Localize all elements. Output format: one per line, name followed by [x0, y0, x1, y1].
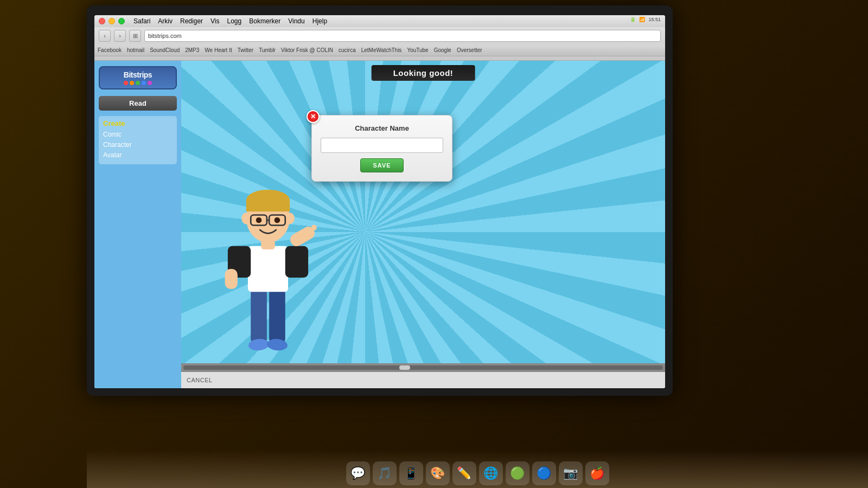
cancel-button[interactable]: CANCEL	[187, 377, 213, 383]
time-display: 15:51	[648, 17, 661, 22]
close-window-button[interactable]	[99, 18, 105, 24]
dialog-title: Character Name	[321, 124, 443, 132]
macos-menu: Safari Arkiv Rediger Vis Logg Bokmerker …	[133, 17, 327, 25]
logo-dot-red	[124, 81, 128, 85]
svg-rect-12	[246, 200, 290, 211]
forward-button[interactable]: ›	[114, 30, 126, 42]
menu-vindu[interactable]: Vindu	[288, 17, 304, 25]
svg-rect-6	[285, 246, 308, 278]
bookmark-cucirca[interactable]: cucirca	[339, 47, 356, 53]
bookmarks-bar: Facebook hotmail SoundCloud 2MP3 We Hear…	[94, 44, 665, 56]
cancel-area: CANCEL	[181, 372, 665, 388]
dock-icon-safari[interactable]: 🌐	[479, 461, 503, 485]
url-bar[interactable]: bitstrips.com	[144, 30, 661, 42]
macos-menubar: Safari Arkiv Rediger Vis Logg Bokmerker …	[94, 15, 665, 27]
page-content: Bitstrips Read Create Comi	[94, 61, 665, 388]
browser-toolbar: ‹ › ⊞ bitstrips.com	[94, 27, 665, 44]
tab-button[interactable]: ⊞	[129, 30, 141, 42]
sidebar-item-avatar[interactable]: Avatar	[103, 150, 173, 160]
dock-icon-chrome[interactable]: 🔵	[532, 461, 556, 485]
dock-icon-photos[interactable]: 📷	[559, 461, 583, 485]
main-area: Looking good!	[181, 61, 665, 388]
status-icons: 🔋 📶 15:51	[630, 17, 661, 22]
menu-logg[interactable]: Logg	[227, 17, 242, 25]
menu-bokmerker[interactable]: Bokmerker	[249, 17, 280, 25]
menu-rediger[interactable]: Rediger	[180, 17, 203, 25]
screen-bezel: Safari Arkiv Rediger Vis Logg Bokmerker …	[87, 5, 673, 396]
bitstrips-canvas: Looking good!	[181, 61, 665, 372]
minimize-window-button[interactable]	[108, 18, 115, 24]
menu-hjelp[interactable]: Hjelp	[312, 17, 327, 25]
bookmark-letmewatchthis[interactable]: LetMeWatchThis	[361, 47, 402, 53]
bookmark-google[interactable]: Google	[434, 47, 451, 53]
dock-icon-pen[interactable]: ✏️	[452, 461, 476, 485]
dock-icon-comic[interactable]: 🎨	[426, 461, 450, 485]
svg-point-14	[285, 213, 295, 224]
looking-good-banner: Looking good!	[372, 65, 475, 81]
bookmark-tumblr[interactable]: Tumblr	[259, 47, 276, 53]
url-text: bitstrips.com	[148, 33, 182, 39]
dialog-close-button[interactable]: ✕	[307, 110, 320, 123]
read-button[interactable]: Read	[99, 96, 177, 111]
logo-dot-green	[136, 81, 140, 85]
laptop-outer: Safari Arkiv Rediger Vis Logg Bokmerker …	[0, 0, 868, 488]
svg-point-21	[311, 224, 317, 230]
maximize-window-button[interactable]	[118, 18, 125, 24]
character-container	[214, 171, 322, 367]
character-svg	[214, 171, 322, 367]
screen-inner: Safari Arkiv Rediger Vis Logg Bokmerker …	[94, 15, 665, 388]
menu-safari[interactable]: Safari	[133, 17, 150, 25]
bookmark-weheartit[interactable]: We Heart It	[205, 47, 232, 53]
svg-rect-0	[251, 286, 267, 344]
logo-text: Bitstrips	[105, 70, 170, 79]
bookmark-soundcloud[interactable]: SoundCloud	[150, 47, 180, 53]
browser-chrome: ‹ › ⊞ bitstrips.com Facebook hotmail Sou…	[94, 27, 665, 61]
bookmark-facebook[interactable]: Facebook	[98, 47, 122, 53]
menu-arkiv[interactable]: Arkiv	[158, 17, 173, 25]
sidebar-item-comic[interactable]: Comic	[103, 130, 173, 140]
character-name-dialog: ✕ Character Name SAVE	[311, 115, 452, 182]
battery-icon: 🔋	[630, 17, 636, 22]
back-button[interactable]: ‹	[99, 30, 111, 42]
traffic-lights	[99, 18, 125, 24]
logo-dot-blue	[142, 81, 146, 85]
bookmark-oversetter[interactable]: Oversetter	[457, 47, 482, 53]
bookmark-hotmail[interactable]: hotmail	[127, 47, 144, 53]
character-name-input[interactable]	[321, 138, 443, 153]
svg-point-18	[256, 217, 262, 223]
dock-icon-appstore[interactable]: 📱	[399, 461, 423, 485]
svg-rect-1	[269, 286, 285, 344]
svg-rect-4	[248, 246, 288, 292]
create-label: Create	[103, 119, 173, 127]
dock-icon-spotify[interactable]: 🟢	[506, 461, 529, 485]
svg-rect-8	[225, 269, 238, 289]
sidebar-item-character[interactable]: Character	[103, 140, 173, 150]
bookmark-2mp3[interactable]: 2MP3	[185, 47, 199, 53]
bookmark-twitter[interactable]: Twitter	[238, 47, 253, 53]
logo-dot-orange	[130, 81, 134, 85]
bookmark-viktor[interactable]: Viktor Frisk @ COLIN	[281, 47, 333, 53]
logo-dot-purple	[148, 81, 152, 85]
dock-icon-skype[interactable]: 💬	[346, 461, 370, 485]
logo-dots	[105, 81, 170, 85]
dock-icon-fruit[interactable]: 🍎	[585, 461, 609, 485]
bitstrips-logo[interactable]: Bitstrips	[99, 66, 177, 89]
menu-vis[interactable]: Vis	[210, 17, 219, 25]
save-button[interactable]: SAVE	[360, 158, 404, 172]
bookmark-youtube[interactable]: YouTube	[407, 47, 428, 53]
create-section: Create Comic Character Avatar	[99, 116, 177, 164]
wifi-icon: 📶	[639, 17, 645, 22]
svg-point-13	[241, 213, 251, 224]
sidebar-create-items: Comic Character Avatar	[103, 130, 173, 161]
scrollbar-thumb[interactable]	[399, 365, 410, 370]
canvas-scrollbar[interactable]	[181, 363, 665, 372]
scrollbar-track[interactable]	[183, 365, 663, 370]
sidebar: Bitstrips Read Create Comi	[94, 61, 181, 388]
svg-point-19	[275, 217, 280, 223]
dock-icon-music[interactable]: 🎵	[373, 461, 397, 485]
dock-area: 💬 🎵 📱 🎨 ✏️ 🌐 🟢 🔵 📷 🍎	[87, 450, 868, 488]
